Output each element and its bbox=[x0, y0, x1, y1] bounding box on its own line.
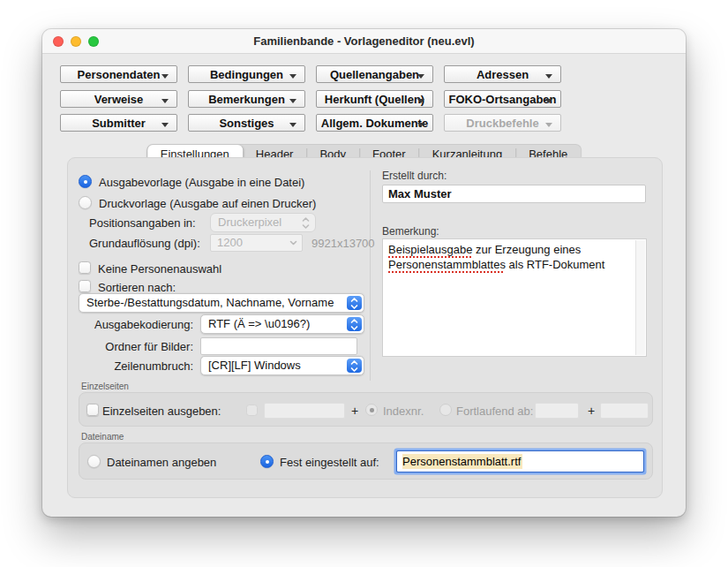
remark-line1-word: Beispielausgabe bbox=[388, 243, 472, 256]
radio-ausgabevorlage[interactable] bbox=[79, 175, 92, 188]
dropdown-button-bemerkungen[interactable]: Bemerkungen bbox=[188, 90, 305, 108]
checkbox-keine-personenauswahl[interactable] bbox=[79, 261, 91, 274]
dropdown-arrow-icon bbox=[545, 123, 552, 127]
filename-input[interactable]: Personenstammblatt.rtf bbox=[397, 451, 643, 472]
app-window: Familienbande - Vorlageneditor (neu.evl)… bbox=[42, 29, 686, 517]
dropdown-button-druckbefehle: Druckbefehle bbox=[444, 114, 561, 132]
popup-chevrons-icon bbox=[347, 317, 362, 331]
button-label: Herkunft (Quellen) bbox=[325, 93, 424, 106]
sort-popup[interactable]: Sterbe-/Bestattungsdatum, Nachname, Vorn… bbox=[79, 293, 364, 313]
button-label: FOKO-Ortsangaben bbox=[448, 93, 556, 106]
dpi-label: Grundauflösung (dpi): bbox=[89, 237, 200, 250]
button-label: Submitter bbox=[92, 117, 146, 130]
plus-sign-2: + bbox=[588, 404, 595, 418]
remark-text: Beispielausgabe zur Erzeugung eines Pers… bbox=[383, 239, 646, 275]
radio-ausgabevorlage-label: Ausgabevorlage (Ausgabe in eine Datei) bbox=[99, 176, 304, 189]
remark-line2-rest: als RTF-Dokument bbox=[506, 258, 604, 271]
dropdown-button-personendaten[interactable]: Personendaten bbox=[60, 65, 177, 83]
button-label: Allgem. Dokumente bbox=[321, 117, 428, 130]
radio-druckvorlage[interactable] bbox=[79, 196, 92, 209]
einzelseiten-group-label: Einzelseiten bbox=[81, 382, 129, 391]
einzelseiten-field-2 bbox=[535, 403, 579, 419]
dropdown-arrow-icon bbox=[289, 123, 296, 127]
settings-panel: Ausgabevorlage (Ausgabe in eine Datei) D… bbox=[67, 157, 663, 498]
dropdown-arrow-icon bbox=[289, 99, 296, 103]
filename-selected-text: Personenstammblatt.rtf bbox=[402, 454, 522, 469]
dropdown-arrow-icon bbox=[545, 74, 552, 79]
dropdown-arrow-icon bbox=[417, 99, 424, 103]
popup-chevrons-icon bbox=[347, 359, 362, 373]
radio-indexnr-label: Indexnr. bbox=[383, 404, 424, 418]
remark-scrollbar[interactable] bbox=[635, 240, 645, 355]
remark-label: Bemerkung: bbox=[382, 225, 439, 238]
checkbox-einzelseiten-label: Einzelseiten ausgeben: bbox=[102, 404, 221, 418]
dropdown-arrow-icon bbox=[161, 99, 169, 103]
einzelseiten-field-1 bbox=[264, 403, 345, 419]
radio-dot-icon bbox=[370, 408, 374, 412]
remark-line2-word: Personenstammblattes bbox=[388, 258, 506, 271]
radio-dot-icon bbox=[266, 460, 270, 465]
radio-dateinamen-angeben-label: Dateinamen angeben bbox=[107, 456, 216, 469]
dropdown-arrow-icon bbox=[161, 74, 169, 79]
linebreak-label: Zeilenumbruch: bbox=[68, 359, 193, 373]
dropdown-arrow-icon bbox=[417, 74, 424, 79]
checkbox-sortieren-nach[interactable] bbox=[79, 280, 91, 292]
checkbox-sortieren-nach-label: Sortieren nach: bbox=[98, 281, 176, 294]
encoding-popup-value: RTF (Ä => \u0196?) bbox=[208, 317, 310, 330]
dropdown-arrow-icon bbox=[161, 123, 169, 127]
button-label: Sonstiges bbox=[219, 117, 274, 130]
encoding-popup[interactable]: RTF (Ä => \u0196?) bbox=[200, 314, 364, 334]
popup-chevrons-icon bbox=[302, 216, 310, 230]
positions-label: Positionsangaben in: bbox=[89, 216, 196, 230]
dropdown-button-bedingungen[interactable]: Bedingungen bbox=[188, 65, 305, 83]
remark-line1-rest: zur Erzeugung eines bbox=[472, 243, 581, 256]
dropdown-arrow-icon bbox=[545, 99, 552, 103]
einzelseiten-groupbox: Einzelseiten ausgeben: + Indexnr. Fortla… bbox=[79, 392, 653, 427]
positions-popup-value: Druckerpixel bbox=[218, 215, 281, 229]
dateiname-group-label: Dateiname bbox=[81, 432, 124, 442]
button-label: Adressen bbox=[477, 68, 529, 81]
positions-popup: Druckerpixel bbox=[210, 213, 316, 232]
checkbox-keine-personenauswahl-label: Keine Personenauswahl bbox=[98, 262, 221, 276]
dropdown-button-sonstiges[interactable]: Sonstiges bbox=[188, 114, 305, 132]
sort-popup-value: Sterbe-/Bestattungsdatum, Nachname, Vorn… bbox=[86, 296, 334, 309]
linebreak-popup-value: [CR][LF] Windows bbox=[208, 359, 301, 372]
dateiname-groupbox: Dateinamen angeben Fest eingestellt auf:… bbox=[79, 442, 653, 480]
dropdown-button-verweise[interactable]: Verweise bbox=[60, 90, 177, 108]
radio-fest-eingestellt[interactable] bbox=[260, 455, 274, 468]
radio-dateinamen-angeben[interactable] bbox=[87, 455, 101, 468]
dropdown-arrow-icon bbox=[289, 74, 296, 79]
button-label: Bedingungen bbox=[210, 68, 283, 81]
radio-druckvorlage-label: Druckvorlage (Ausgabe auf einen Drucker) bbox=[99, 197, 316, 210]
checkbox-einzelseiten-ausgeben[interactable] bbox=[86, 404, 99, 416]
dpi-resolution-value: 9921x13700 bbox=[311, 237, 375, 250]
button-label: Personendaten bbox=[78, 68, 161, 81]
button-label: Bemerkungen bbox=[208, 93, 285, 106]
dpi-combo-value: 1200 bbox=[217, 236, 243, 249]
images-folder-label: Ordner für Bilder: bbox=[68, 340, 193, 353]
author-input[interactable] bbox=[382, 185, 646, 203]
plus-sign-1: + bbox=[351, 404, 358, 418]
dropdown-button-submitter[interactable]: Submitter bbox=[60, 114, 177, 132]
combo-chevron-down-icon bbox=[289, 239, 297, 246]
linebreak-popup[interactable]: [CR][LF] Windows bbox=[200, 356, 364, 375]
remark-textarea[interactable]: Beispielausgabe zur Erzeugung eines Pers… bbox=[382, 238, 647, 357]
radio-fest-eingestellt-label: Fest eingestellt auf: bbox=[280, 456, 379, 469]
button-label: Verweise bbox=[94, 93, 144, 106]
dropdown-button-herkunft-quellen[interactable]: Herkunft (Quellen) bbox=[316, 90, 433, 108]
popup-chevrons-icon bbox=[347, 296, 362, 310]
einzelseiten-field-3 bbox=[600, 403, 649, 419]
dropdown-button-quellenangaben[interactable]: Quellenangaben bbox=[316, 65, 433, 83]
radio-fortlaufend-disabled bbox=[439, 404, 452, 416]
images-folder-input[interactable] bbox=[200, 337, 357, 355]
radio-dot-icon bbox=[84, 180, 88, 185]
dropdown-button-allgem-dokumente[interactable]: Allgem. Dokumente bbox=[316, 114, 433, 132]
button-label: Druckbefehle bbox=[466, 117, 538, 130]
checkbox-pagecount-disabled bbox=[246, 404, 258, 416]
dropdown-button-foko-ortsangaben[interactable]: FOKO-Ortsangaben bbox=[444, 90, 561, 108]
dropdown-arrow-icon bbox=[417, 123, 424, 127]
desktop-background: Familienbande - Vorlageneditor (neu.evl)… bbox=[0, 0, 728, 567]
radio-fortlaufend-label: Fortlaufend ab: bbox=[456, 404, 533, 418]
author-label: Erstellt durch: bbox=[382, 170, 447, 182]
dropdown-button-adressen[interactable]: Adressen bbox=[444, 65, 561, 83]
